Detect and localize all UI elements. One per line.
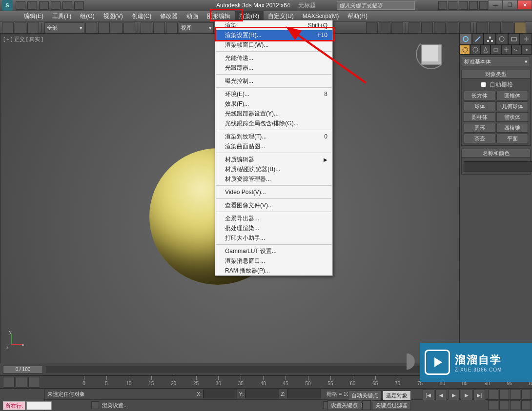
category-dropdown[interactable]: 标准基本体 [462,57,530,66]
material-editor-icon[interactable] [476,22,488,34]
setkey-button[interactable]: 设置关键点 [327,400,361,410]
fov-icon[interactable] [488,400,498,410]
object-name-input[interactable] [464,161,532,172]
menu-item[interactable]: 全景导出器... [215,214,332,223]
prev-frame-icon[interactable]: ◀ [435,390,447,400]
primitive-button[interactable]: 四棱锥 [496,123,528,133]
window-crossing-icon[interactable] [123,22,135,34]
subtab-systems[interactable] [522,45,532,55]
schematic-icon[interactable] [459,22,471,34]
qat-save-icon[interactable] [39,1,49,10]
x-coord-input[interactable] [203,390,237,398]
menu-item[interactable]: 光能传递... [215,53,332,63]
menu-item[interactable]: 环境(E)...8 [215,89,332,99]
viewport-label[interactable]: [ + ] 正交 [ 真实 ] [3,36,43,43]
rollout-header-name-color[interactable]: 名称和颜色 [461,149,531,157]
percent-snap-icon[interactable] [391,22,403,34]
subtab-spacewarps[interactable] [512,45,522,55]
menu-[interactable]: 修改器 [156,11,182,21]
bind-icon[interactable] [27,22,39,34]
primitive-button[interactable]: 球体 [464,101,495,111]
primitive-button[interactable]: 圆柱体 [464,112,495,122]
move-icon[interactable] [141,22,152,34]
menu-item[interactable]: 打印大小助手... [215,233,332,243]
trackbar-filter-icon[interactable] [28,377,40,388]
menu-v[interactable]: 视图(V) [99,11,127,21]
search-icon[interactable] [438,1,447,10]
menu-c[interactable]: 创建(C) [127,11,156,21]
select-name-icon[interactable] [98,22,110,34]
menu-[interactable]: 动画 [182,11,203,21]
goto-end-icon[interactable]: ▶| [473,390,485,400]
menu-item[interactable]: 材质资源管理器... [215,174,332,184]
zoom-extents-all-icon[interactable] [521,390,532,399]
menu-item[interactable]: 曝光控制... [215,76,332,86]
primitive-button[interactable]: 几何球体 [496,101,528,111]
link-icon[interactable] [2,22,14,34]
orbit-icon[interactable] [510,400,520,410]
select-icon[interactable] [85,22,97,34]
qat-more-icon[interactable] [74,1,84,10]
qat-undo-icon[interactable] [51,1,61,10]
zoom-all-icon[interactable] [499,390,510,399]
zoom-icon[interactable] [488,390,498,399]
pan-icon[interactable] [499,400,510,410]
menu-item[interactable]: 光跟踪器... [215,63,332,73]
ref-coord-dropdown[interactable]: 视图 [179,22,214,33]
menu-item[interactable]: 渲染帧窗口(W)... [215,40,332,50]
help-search-input[interactable]: 键入关键字或短语 [337,1,415,10]
tab-motion[interactable] [496,33,508,45]
goto-start-icon[interactable]: |◀ [423,390,434,400]
subtab-shapes[interactable] [470,45,480,55]
key-filters-button[interactable]: 关键点过滤器 [372,400,411,410]
zoom-extents-icon[interactable] [510,390,520,399]
qat-new-icon[interactable] [16,1,25,10]
tab-create[interactable] [460,33,472,45]
app-logo[interactable]: S [2,0,13,11]
render-icon[interactable] [514,22,526,34]
subtab-lights[interactable] [480,45,491,55]
time-slider-thumb[interactable]: 0 / 100 [3,366,43,373]
menu-e[interactable]: 编辑(E) [20,11,48,21]
trackbar-key-icon[interactable] [16,377,27,388]
autogrid-checkbox[interactable]: 自动栅格 [464,80,528,89]
curve-editor-icon[interactable] [447,22,458,34]
minimize-button[interactable]: — [488,0,503,10]
primitive-button[interactable]: 管状体 [496,112,528,122]
primitive-button[interactable]: 平面 [496,134,528,143]
rollout-header-object-type[interactable]: 对象类型 [461,70,531,78]
menu-item[interactable]: RAM 播放器(P)... [215,266,332,275]
menu-item[interactable]: 批处理渲染... [215,223,332,233]
play-icon[interactable]: ▶ [448,390,460,400]
menu-item[interactable]: 查看图像文件(V)... [215,200,332,210]
menu-item[interactable]: 材质编辑器▶ [215,155,332,164]
render-setup-icon[interactable] [489,22,501,34]
layers-icon[interactable] [434,22,446,34]
maximize-viewport-icon[interactable] [521,400,532,410]
subtab-cameras[interactable] [491,45,501,55]
scale-icon[interactable] [166,22,178,34]
key-icon[interactable] [362,400,371,410]
trackbar-expand-icon[interactable] [3,377,15,388]
menu-g[interactable]: 组(G) [76,11,99,21]
snap-toggle-icon[interactable] [366,22,378,34]
selected-object-dropdown[interactable]: 选定对象 [383,391,411,400]
maxscript-input[interactable] [26,401,52,410]
maximize-button[interactable]: ❐ [503,0,517,10]
tab-utilities[interactable] [520,33,532,45]
menu-item[interactable]: Video Post(V)... [215,187,332,197]
primitive-button[interactable]: 长方体 [464,91,495,100]
tab-hierarchy[interactable] [484,33,496,45]
menu-item[interactable]: 渲染曲面贴图... [215,141,332,151]
favorites-icon[interactable] [469,1,478,10]
exchange-icon[interactable] [459,1,468,10]
subtab-geometry[interactable] [460,45,470,55]
menu-item[interactable]: 渲染Shift+Q [215,20,332,30]
close-button[interactable]: ✕ [517,0,532,10]
autogrid-input[interactable] [481,82,486,87]
render-frame-icon[interactable] [502,22,513,34]
rotate-icon[interactable] [153,22,165,34]
menu-item[interactable]: 效果(F)... [215,99,332,109]
primitive-button[interactable]: 圆环 [464,123,495,133]
tab-display[interactable] [508,33,520,45]
